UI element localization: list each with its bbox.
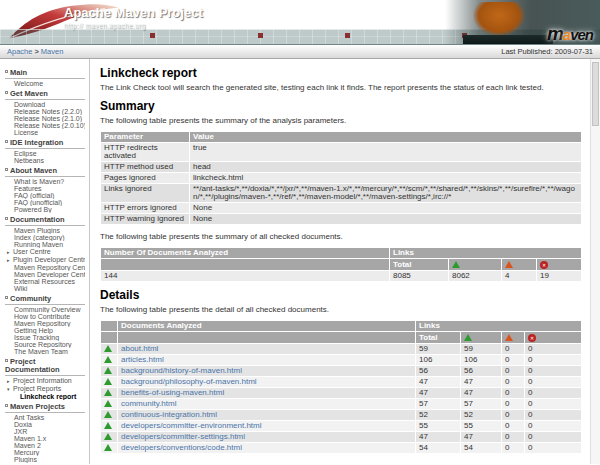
document-link[interactable]: developers/conventions/code.html <box>121 443 242 452</box>
error-links-count: 0 <box>525 377 581 387</box>
scrollbar-thumb[interactable] <box>592 62 599 126</box>
table-row: community.html575700 <box>101 399 581 409</box>
sidebar-item-label: Getting Help <box>14 327 53 334</box>
sidebar-item-getting-help[interactable]: Getting Help <box>5 327 85 334</box>
breadcrumb-link-apache[interactable]: Apache <box>7 47 32 56</box>
document-link[interactable]: developers/committer-environment.html <box>121 421 262 430</box>
sidebar-item-download[interactable]: Download <box>5 101 85 108</box>
parameters-table: Parameter Value HTTP redirects activated… <box>100 131 582 225</box>
sidebar-item-maven-2[interactable]: Maven 2 <box>5 442 85 449</box>
sidebar-item-license[interactable]: License <box>5 129 85 136</box>
sidebar-section-title: Documentation <box>5 216 85 226</box>
parameter-name: HTTP redirects activated <box>101 143 189 161</box>
sidebar-section-title: Get Maven <box>5 90 85 100</box>
sidebar-item-powered-by[interactable]: Powered By <box>5 206 85 213</box>
valid-links-count: 8062 <box>449 271 501 281</box>
sidebar-item-eclipse[interactable]: Eclipse <box>5 150 85 157</box>
parameter-row: Links ignored**/ant-tasks/*,**/doxia/*,*… <box>101 184 581 202</box>
sidebar-item-doxia[interactable]: Doxia <box>5 421 85 428</box>
sidebar-item-features[interactable]: Features <box>5 185 85 192</box>
sidebar-item-label: External Resources <box>14 278 75 285</box>
blank-header-cell <box>118 332 415 343</box>
sidebar-item-label: Index (category) <box>14 234 65 241</box>
document-cell: background/history-of-maven.html <box>118 366 415 376</box>
row-status-cell <box>101 421 117 431</box>
sidebar-item-label: Maven Repository <box>14 320 70 327</box>
breadcrumb-bar: Apache>Maven Last Published: 2009-07-31 <box>0 45 600 59</box>
warning-icon <box>505 334 513 341</box>
sidebar-item-the-maven-team[interactable]: The Maven Team <box>5 348 85 355</box>
document-cell: about.html <box>118 344 415 354</box>
sidebar-item-project-information[interactable]: Project Information <box>5 377 85 385</box>
sidebar-item-how-to-contribute[interactable]: How to Contribute <box>5 313 85 320</box>
sidebar-item-plugin-developer-centre[interactable]: Plugin Developer Centre <box>5 256 85 264</box>
row-status-cell <box>101 388 117 398</box>
document-link[interactable]: articles.html <box>121 355 164 364</box>
sidebar-item-welcome[interactable]: Welcome <box>5 80 85 87</box>
sidebar-item-scm[interactable]: SCM <box>5 463 85 464</box>
document-link[interactable]: community.html <box>121 399 176 408</box>
sidebar-item-maven-developer-centre[interactable]: Maven Developer Centre <box>5 271 85 278</box>
success-icon <box>104 367 112 374</box>
total-links-count: 57 <box>416 399 460 409</box>
document-link[interactable]: developers/committer-settings.html <box>121 432 245 441</box>
sidebar-item-release-notes-2-2-0[interactable]: Release Notes (2.2.0) <box>5 108 85 115</box>
sidebar-item-what-is-maven[interactable]: What is Maven? <box>5 178 85 185</box>
sidebar-item-running-maven[interactable]: Running Maven <box>5 241 85 248</box>
sidebar-item-index-category[interactable]: Index (category) <box>5 234 85 241</box>
maven-logo[interactable]: maven <box>547 23 593 45</box>
sidebar-item-issue-tracking[interactable]: Issue Tracking <box>5 334 85 341</box>
row-status-cell <box>101 377 117 387</box>
sidebar-item-jxr[interactable]: JXR <box>5 428 85 435</box>
sidebar-item-external-resources[interactable]: External Resources <box>5 278 85 285</box>
error-links-count: 0 <box>525 410 581 420</box>
sidebar-item-community-overview[interactable]: Community Overview <box>5 306 85 313</box>
warning-links-count: 4 <box>502 271 536 281</box>
sidebar-item-wiki[interactable]: Wiki <box>5 285 85 292</box>
sidebar-item-source-repository[interactable]: Source Repository <box>5 341 85 348</box>
sidebar-item-linkcheck-report[interactable]: Linkcheck report <box>5 393 85 400</box>
document-cell: background/philosophy-of-maven.html <box>118 377 415 387</box>
parameter-row: HTTP warning ignoredNone <box>101 214 581 224</box>
sidebar-item-project-reports[interactable]: Project Reports <box>5 385 85 393</box>
section-bullet-icon <box>5 217 8 220</box>
document-cell: continuous-integration.html <box>118 410 415 420</box>
document-link[interactable]: continuous-integration.html <box>121 410 217 419</box>
sidebar: MainWelcomeGet MavenDownloadRelease Note… <box>0 59 90 464</box>
sidebar-item-user-centre[interactable]: User Centre <box>5 248 85 256</box>
breadcrumb-link-maven[interactable]: Maven <box>41 47 64 56</box>
warning-links-header <box>502 332 524 343</box>
total-links-count: 54 <box>416 443 460 453</box>
table-row: background/history-of-maven.html565600 <box>101 366 581 376</box>
total-links-count: 47 <box>416 388 460 398</box>
sidebar-item-plugins[interactable]: Plugins <box>5 456 85 463</box>
vertical-scrollbar[interactable] <box>590 59 600 464</box>
grid-accent-icon <box>150 33 155 38</box>
section-bullet-icon <box>5 296 8 299</box>
parameter-value: None <box>190 214 581 224</box>
warning-links-count: 0 <box>502 399 524 409</box>
document-link[interactable]: benefits-of-using-maven.html <box>121 388 224 397</box>
sidebar-item-maven-1-x[interactable]: Maven 1.x <box>5 435 85 442</box>
sidebar-item-label: JXR <box>14 428 27 435</box>
sidebar-item-release-notes-2-1-0[interactable]: Release Notes (2.1.0) <box>5 115 85 122</box>
sidebar-item-maven-repository[interactable]: Maven Repository <box>5 320 85 327</box>
document-link[interactable]: about.html <box>121 344 158 353</box>
sidebar-item-faq-unofficial[interactable]: FAQ (unofficial) <box>5 199 85 206</box>
total-links-count: 47 <box>416 377 460 387</box>
document-link[interactable]: background/philosophy-of-maven.html <box>121 377 257 386</box>
sidebar-item-mercury[interactable]: Mercury <box>5 449 85 456</box>
section-bullet-icon <box>5 91 8 94</box>
sidebar-item-maven-plugins[interactable]: Maven Plugins <box>5 227 85 234</box>
sidebar-item-netbeans[interactable]: Netbeans <box>5 157 85 164</box>
parameter-value: linkcheck.html <box>190 173 581 183</box>
site-url: http:// maven.apache.org <box>64 22 203 29</box>
sidebar-item-release-notes-2-0-10[interactable]: Release Notes (2.0.10) <box>5 122 85 129</box>
sidebar-item-ant-tasks[interactable]: Ant Tasks <box>5 414 85 421</box>
document-link[interactable]: background/history-of-maven.html <box>121 366 242 375</box>
sidebar-item-maven-repository-centre[interactable]: Maven Repository Centre <box>5 264 85 271</box>
total-links-count: 59 <box>416 344 460 354</box>
documents-summary-table: Number Of Documents Analyzed Links Total… <box>100 247 582 282</box>
sidebar-item-label: The Maven Team <box>14 348 68 355</box>
sidebar-item-faq-official[interactable]: FAQ (official) <box>5 192 85 199</box>
